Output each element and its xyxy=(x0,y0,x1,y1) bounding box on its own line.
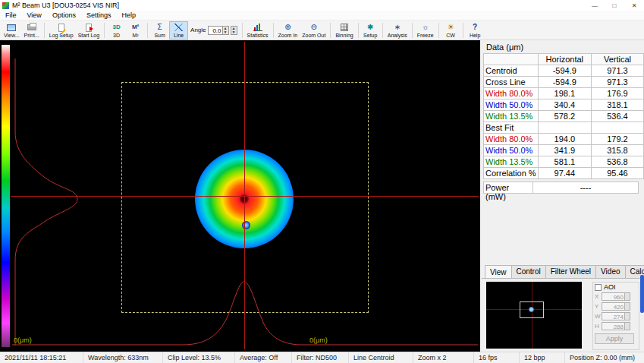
menu-help[interactable]: Help xyxy=(116,11,141,20)
aoi-x-input[interactable]: 960 xyxy=(602,292,630,301)
status-position-z: Position Z: 0.00 (mm) xyxy=(565,352,644,363)
cw-button[interactable]: ☀ CW xyxy=(441,21,460,39)
zoom-in-icon: ⊕ xyxy=(284,23,291,33)
status-fps: 16 fps xyxy=(474,352,520,363)
table-row: Correlation % 97.44 95.46 xyxy=(484,168,644,179)
view-icon xyxy=(7,23,16,33)
apply-button[interactable]: Apply xyxy=(595,333,634,344)
data-panel: Data (μm) Horizontal Vertical Centroid -… xyxy=(480,40,644,352)
scrollbar-thumb[interactable] xyxy=(640,275,644,313)
title-bar: M² Beam U3 [DOU3-0254 VIS NIR] — □ ✕ xyxy=(0,0,644,11)
status-wavelength: Wavelength: 633nm xyxy=(83,352,163,363)
line-button[interactable]: Line xyxy=(169,21,188,39)
axis-origin-label-right: 0(μm) xyxy=(309,336,328,344)
log-setup-button[interactable]: Log Setup xyxy=(47,21,76,39)
tab-control[interactable]: Control xyxy=(511,265,546,278)
toolbar-separator xyxy=(382,23,383,38)
zoom-out-button[interactable]: ⊖ Zoom Out xyxy=(300,21,328,39)
menu-options[interactable]: Options xyxy=(47,11,81,20)
aoi-field-x: X 960 xyxy=(595,292,637,301)
print-button[interactable]: Print... xyxy=(22,21,42,39)
angle-value[interactable]: 0.0 xyxy=(209,27,222,34)
aoi-group: AOI X 960 Y 420 W 274 H 288 Apply xyxy=(592,282,639,350)
tab-filter-wheel[interactable]: Filter Wheel xyxy=(545,265,596,278)
table-row: Width 50.0% 340.4 318.1 xyxy=(484,99,644,111)
preview-beam-dot xyxy=(529,307,534,312)
status-bar: 2021/11/11 18:15:21 Wavelength: 633nm Cl… xyxy=(0,352,644,363)
m-squared-button[interactable]: M² M² xyxy=(126,21,145,39)
angle-spinner[interactable]: 0.0 ▲▼ xyxy=(208,26,229,35)
status-zoom: Zoom x 2 xyxy=(413,352,474,363)
table-row: Cross Line -594.9 971.3 xyxy=(484,77,644,88)
angle-step-arrows[interactable]: ▲▼ xyxy=(231,26,237,35)
table-row: Width 80.0% 194.0 179.2 xyxy=(484,134,644,145)
tab-view[interactable]: View xyxy=(485,265,512,278)
column-header-horizontal: Horizontal xyxy=(538,54,591,65)
aoi-field-y: Y 420 xyxy=(595,302,637,311)
aoi-y-input[interactable]: 420 xyxy=(602,302,630,311)
three-d-button[interactable]: 3D 3D xyxy=(107,21,126,39)
maximize-icon[interactable]: □ xyxy=(605,0,624,11)
aoi-h-input[interactable]: 288 xyxy=(602,322,630,330)
line-icon xyxy=(174,23,183,33)
print-icon xyxy=(27,23,36,33)
aoi-w-input[interactable]: 274 xyxy=(602,312,630,320)
aoi-field-h: H 288 xyxy=(595,322,637,330)
statistics-button[interactable]: Statistics xyxy=(245,21,271,39)
toolbar-separator xyxy=(438,23,439,38)
binning-button[interactable]: Binning xyxy=(333,21,355,39)
toolbar-separator xyxy=(463,23,463,38)
menu-file[interactable]: File xyxy=(0,11,22,20)
sum-button[interactable]: Σ Sum xyxy=(150,21,169,39)
menu-view[interactable]: View xyxy=(22,11,47,20)
tab-video[interactable]: Video xyxy=(595,265,625,278)
toolbar-separator xyxy=(273,23,274,38)
measurement-table: Horizontal Vertical Centroid -594.9 971.… xyxy=(483,53,644,179)
table-row: Width 50.0% 341.9 315.8 xyxy=(484,145,644,156)
aoi-label: AOI xyxy=(604,283,616,291)
table-row: Width 13.5% 581.1 536.8 xyxy=(484,156,644,168)
start-log-icon xyxy=(86,23,92,33)
toolbar-separator xyxy=(330,23,331,38)
view-button[interactable]: View... xyxy=(2,21,22,39)
start-log-button[interactable]: Start Log xyxy=(76,21,102,39)
toolbar-separator xyxy=(412,23,413,38)
help-button[interactable]: ? Help xyxy=(466,21,485,39)
freeze-button[interactable]: ☼ Freeze xyxy=(415,21,436,39)
zoom-out-icon: ⊖ xyxy=(311,23,317,33)
toolbar-separator xyxy=(44,23,45,38)
window-title: M² Beam U3 [DOU3-0254 VIS NIR] xyxy=(12,2,585,9)
table-row: Width 80.0% 198.1 176.9 xyxy=(484,88,644,99)
cw-icon: ☀ xyxy=(448,23,454,33)
status-datetime: 2021/11/11 18:15:21 xyxy=(0,352,83,363)
binning-icon xyxy=(341,23,348,33)
table-row: Centroid -594.9 971.3 xyxy=(484,65,644,77)
power-value: ---- xyxy=(533,182,639,194)
table-row: Best Fit xyxy=(484,122,644,134)
toolbar-separator xyxy=(147,23,148,38)
menu-settings[interactable]: Settings xyxy=(81,11,117,20)
power-label: Power (mW) xyxy=(483,182,533,194)
menu-bar: File View Options Settings Help xyxy=(0,11,644,21)
aoi-field-w: W 274 xyxy=(595,312,637,320)
toolbar-separator xyxy=(358,23,359,38)
horizontal-profile-curve xyxy=(12,282,478,345)
angle-spin-arrows[interactable]: ▲▼ xyxy=(222,27,228,34)
status-filter: Filter: ND500 xyxy=(292,352,349,363)
status-clip-level: Clip Level: 13.5% xyxy=(163,352,235,363)
crosshair-horizontal[interactable] xyxy=(11,196,479,197)
beam-display[interactable]: 0(μm) 0(μm) xyxy=(0,40,480,352)
close-icon[interactable]: ✕ xyxy=(624,0,644,11)
minimize-icon[interactable]: — xyxy=(585,0,605,11)
setup-button[interactable]: ✱ Setup xyxy=(361,21,380,39)
camera-preview[interactable] xyxy=(486,282,582,349)
status-line-centroid: Line Centroid xyxy=(349,352,413,363)
aoi-checkbox[interactable] xyxy=(595,284,602,291)
zoom-in-button[interactable]: ⊕ Zoom In xyxy=(276,21,300,39)
sum-icon: Σ xyxy=(157,23,162,33)
analysis-button[interactable]: ∗ Analysis xyxy=(385,21,410,39)
toolbar: View... Print... Log Setup Start Log 3D … xyxy=(0,21,644,40)
analysis-icon: ∗ xyxy=(394,23,401,33)
table-row: Width 13.5% 578.2 536.4 xyxy=(484,111,644,122)
axis-origin-label-left: 0(μm) xyxy=(14,336,32,344)
